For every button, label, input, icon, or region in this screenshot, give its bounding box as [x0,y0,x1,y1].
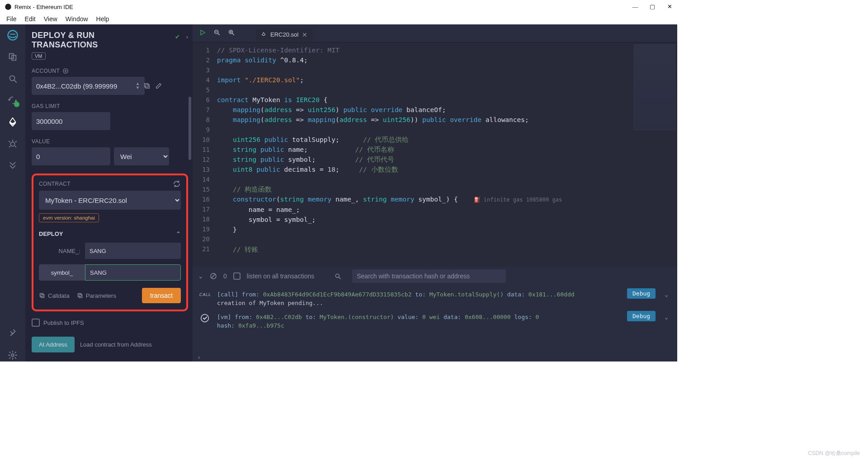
svg-line-34 [212,274,215,278]
account-label: ACCOUNT [32,68,188,74]
svg-line-11 [15,141,16,142]
file-explorer-icon[interactable] [6,51,19,63]
window-title: Remix - Ethereum IDE [14,4,73,10]
account-select[interactable] [32,77,145,95]
svg-rect-3 [12,55,16,60]
svg-point-0 [5,4,11,9]
solidity-icon [260,32,267,38]
line-gutter: 123456789101112131415161718192021 [193,42,214,267]
load-address-placeholder[interactable]: Load contract from Address [80,337,188,352]
menubar: FileEditViewWindowHelp [0,14,677,24]
close-button[interactable]: ✕ [666,3,673,10]
run-icon[interactable] [199,29,206,38]
gas-limit-input[interactable] [32,112,110,130]
param-symbol-button[interactable]: symbol_ [39,264,85,281]
chevron-up-icon[interactable]: ⌃ [176,230,181,237]
editor-tab[interactable]: ERC20.sol ✕ [256,28,313,41]
compiler-icon[interactable] [6,94,19,107]
svg-rect-22 [79,295,82,298]
value-label: VALUE [32,138,188,145]
menu-view[interactable]: View [44,15,57,23]
edit-icon[interactable] [155,82,162,89]
refresh-icon[interactable] [173,180,181,188]
minimize-button[interactable]: — [632,3,638,10]
parameters-button[interactable]: Parameters [77,292,116,299]
plugin-icon[interactable] [6,327,19,340]
maximize-button[interactable]: ▢ [649,3,656,10]
deploy-icon[interactable] [6,116,19,128]
svg-line-26 [218,33,219,35]
debug-button[interactable]: Debug [627,288,656,299]
main-area: ERC20.sol ✕ 1234567891011121314151617181… [193,24,677,361]
svg-rect-21 [40,293,43,296]
svg-line-29 [232,33,234,35]
contract-select[interactable]: MyToken - ERC/ERC20.sol [39,191,181,210]
svg-line-12 [9,146,10,147]
terminal-search-icon[interactable] [334,272,341,280]
menu-edit[interactable]: Edit [25,15,36,23]
zoom-out-icon[interactable] [213,29,221,38]
menu-file[interactable]: File [6,15,17,23]
svg-rect-18 [146,84,149,88]
pending-count: 0 [223,272,227,280]
remix-logo-icon [5,3,12,10]
svg-rect-20 [41,295,44,298]
svg-marker-6 [10,118,16,124]
code-editor[interactable]: 123456789101112131415161718192021 // SPD… [193,42,677,267]
tab-close-icon[interactable]: ✕ [302,31,307,38]
publish-ipfs-label: Publish to IPFS [43,319,84,326]
chevron-down-icon[interactable]: ⌄ [662,313,671,321]
menu-window[interactable]: Window [66,15,88,23]
remix-logo-icon[interactable] [6,29,19,42]
activity-bar [0,24,25,361]
chevron-right-icon[interactable]: › [186,33,188,40]
plus-circle-icon[interactable] [62,68,69,74]
terminal: ⌄ 0 listen on all transactions Search wi… [193,267,677,361]
svg-point-14 [11,354,14,357]
value-unit-select[interactable]: Wei [114,147,169,165]
check-icon: ✔ [175,33,180,40]
param-symbol-input[interactable] [85,264,181,281]
gas-label: GAS LIMIT [32,103,188,109]
terminal-search-input[interactable]: Search with transaction hash or address [352,269,506,283]
svg-point-1 [8,31,18,40]
minimap[interactable] [634,44,675,130]
at-address-button[interactable]: At Address [32,337,75,352]
svg-rect-19 [145,84,148,87]
svg-point-4 [10,76,15,81]
evm-version-tag: evm version: shanghai [39,213,99,222]
debug-button[interactable]: Debug [627,311,656,321]
contract-section: CONTRACT MyToken - ERC/ERC20.sol evm ver… [32,174,188,311]
deploy-panel: DEPLOY & RUNTRANSACTIONS VM ✔ › ACCOUNT … [25,24,193,361]
zoom-in-icon[interactable] [228,29,235,38]
svg-rect-23 [78,293,81,296]
vm-tag: VM [32,52,46,60]
debugger-icon[interactable] [6,137,19,150]
log-row[interactable]: [vm] from: 0x4B2...C02db to: MyToken.(co… [199,310,671,333]
svg-line-10 [9,141,10,142]
contract-label: CONTRACT [39,181,71,187]
param-name-input[interactable] [85,243,181,259]
tab-filename: ERC20.sol [270,31,298,38]
search-icon[interactable] [6,72,19,85]
double-chevron-icon[interactable] [6,159,19,172]
settings-icon[interactable] [6,349,19,361]
calldata-button[interactable]: Calldata [39,292,70,299]
svg-marker-24 [201,30,205,35]
ban-icon[interactable] [210,272,217,280]
menu-help[interactable]: Help [96,15,109,23]
listen-checkbox[interactable] [233,272,241,280]
terminal-toggle-icon[interactable]: ⌄ [198,272,203,280]
value-input[interactable] [32,147,110,165]
chevron-down-icon[interactable]: ⌄ [662,290,671,299]
copy-icon[interactable] [143,82,151,89]
svg-line-36 [339,277,340,279]
log-row[interactable]: ᴄᴀʟʟ[call] from: 0xAb8483F64d9C6d1EcF9b8… [199,287,671,310]
svg-point-35 [336,274,340,277]
param-name-label: NAME_: [39,248,85,254]
listen-label: listen on all transactions [247,272,314,280]
deploy-label: DEPLOY [39,230,63,237]
svg-marker-32 [262,32,265,35]
publish-ipfs-checkbox[interactable] [32,319,40,327]
transact-button[interactable]: transact [142,288,181,303]
